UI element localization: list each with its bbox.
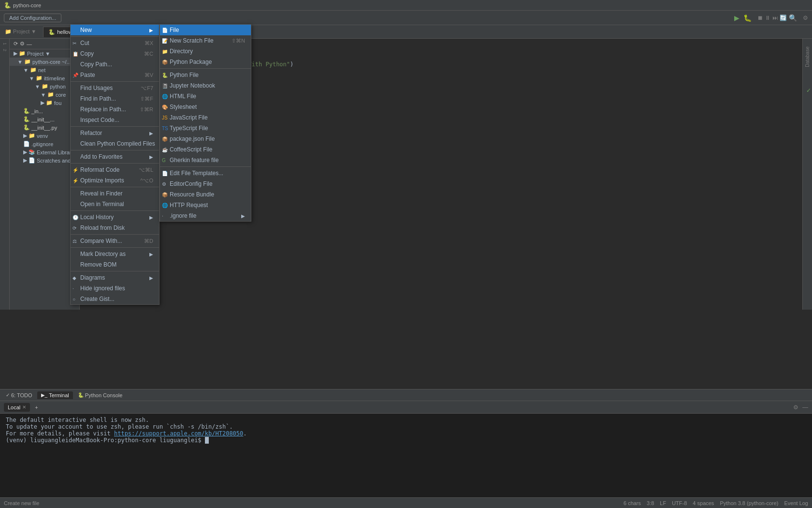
title-bar: 🐍 python-core — [0, 0, 812, 11]
add-terminal-btn[interactable]: + — [32, 403, 41, 412]
menu-separator-6 — [71, 187, 159, 187]
submenu-item-http-request[interactable]: 🌐 HTTP Request — [160, 200, 251, 210]
tree-item-scratches[interactable]: ▶📄Scratches and Cc... — [10, 156, 79, 164]
settings-icon[interactable]: ⚙ — [803, 15, 808, 21]
menu-item-local-history[interactable]: 🕐 Local History ▶ — [71, 212, 159, 223]
debug-icon[interactable]: 🐛 — [743, 14, 752, 22]
menu-item-reformat[interactable]: ⚡ Reformat Code ⌥⌘L — [71, 164, 159, 175]
menu-item-find-in-path[interactable]: Find in Path... ⇧⌘F — [71, 93, 159, 104]
menu-item-remove-bom[interactable]: Remove BOM — [71, 259, 159, 270]
terminal-link[interactable]: https://support.apple.com/kb/HT208050 — [114, 430, 243, 437]
menu-item-inspect[interactable]: Inspect Code... — [71, 115, 159, 125]
submenu-item-ignore-file[interactable]: · .ignore file ▶ — [160, 210, 251, 221]
indent[interactable]: 4 spaces — [693, 500, 714, 506]
submenu-item-scratch[interactable]: 📝 New Scratch File ⇧⌘N — [160, 35, 251, 46]
add-configuration-button[interactable]: Add Configuration... — [4, 14, 61, 22]
tree-item-core[interactable]: ▼📁core — [10, 90, 79, 99]
tree-item-external-libs[interactable]: ▶📚External Libraries — [10, 148, 79, 156]
menu-icon-gist: ○ — [72, 297, 75, 302]
tree-item-fou[interactable]: ▶📁fou — [10, 99, 79, 107]
menu-item-reload[interactable]: ⟳ Reload from Disk — [71, 223, 159, 233]
css-icon: 🎨 — [162, 105, 168, 110]
terminal-minimize-icon[interactable]: — — [802, 404, 808, 411]
left-sidebar-icon-2[interactable]: 2 — [1, 47, 8, 53]
submenu-item-editorconfig[interactable]: ⚙ EditorConfig File — [160, 179, 251, 189]
menu-item-new[interactable]: New ▶ — [71, 25, 159, 35]
menu-item-open-terminal[interactable]: Open in Terminal — [71, 199, 159, 209]
submenu-item-html[interactable]: 🌐 HTML File — [160, 91, 251, 102]
submenu-item-coffeescript[interactable]: ☕ CoffeeScript File — [160, 144, 251, 155]
submenu-sep-2 — [160, 166, 251, 167]
menu-item-create-gist[interactable]: ○ Create Gist... — [71, 294, 159, 304]
menu-item-mark-dir[interactable]: Mark Directory as ▶ — [71, 249, 159, 259]
run-icon[interactable]: ▶ — [734, 14, 740, 22]
menu-item-reveal[interactable]: Reveal in Finder — [71, 188, 159, 199]
left-sidebar: 1 2 — [0, 39, 10, 310]
submenu-item-directory[interactable]: 📁 Directory — [160, 46, 251, 57]
menu-separator-1 — [71, 36, 159, 37]
sync-icon[interactable]: ⟳ — [14, 41, 18, 47]
dir-icon: 📁 — [162, 49, 168, 54]
menu-icon-cut: ✂ — [72, 41, 76, 46]
database-label[interactable]: Database — [804, 43, 811, 71]
tree-item-net[interactable]: ▼📁net — [10, 66, 79, 74]
tree-item-project[interactable]: ▶📁Project ▼ — [10, 49, 79, 58]
python-console-icon: 🐍 — [78, 392, 84, 398]
encoding[interactable]: UTF-8 — [672, 500, 687, 506]
terminal-settings-icon[interactable]: ⚙ — [793, 404, 798, 411]
tree-item-init-py-3[interactable]: 🐍__init__.py — [10, 123, 79, 132]
menu-item-find-usages[interactable]: Find Usages ⌥F7 — [71, 83, 159, 93]
hide-icon[interactable]: — — [27, 41, 32, 47]
terminal-tab-btn[interactable]: ▶_ Terminal — [37, 391, 73, 399]
menu-item-copy-path[interactable]: Copy Path... — [71, 59, 159, 70]
create-new-file[interactable]: Create new file — [4, 500, 39, 506]
event-log[interactable]: Event Log — [784, 500, 808, 506]
terminal-line-3: For more details, please visit https://s… — [6, 430, 806, 437]
submenu-item-python-file[interactable]: 🐍 Python File — [160, 70, 251, 80]
menu-item-diagrams[interactable]: ◆ Diagrams ▶ — [71, 272, 159, 283]
submenu-item-stylesheet[interactable]: 🎨 Stylesheet — [160, 102, 251, 112]
terminal-prompt: (venv) liuguangleideMacBook-Pro:python-c… — [6, 437, 806, 444]
menu-item-refactor[interactable]: Refactor ▶ — [71, 128, 159, 138]
gear-icon[interactable]: ⚙ — [20, 41, 25, 47]
position[interactable]: 3:8 — [647, 500, 654, 506]
todo-tab[interactable]: ✓ 6: TODO — [2, 391, 36, 399]
menu-item-copy[interactable]: 📋 Copy ⌘C — [71, 48, 159, 59]
submenu-item-file[interactable]: 📄 File — [160, 25, 251, 35]
left-sidebar-icon-1[interactable]: 1 — [1, 41, 8, 47]
submenu-item-resource-bundle[interactable]: 📦 Resource Bundle — [160, 189, 251, 200]
char-count[interactable]: 6 chars — [624, 500, 641, 506]
menu-item-add-favorites[interactable]: Add to Favorites ▶ — [71, 151, 159, 162]
submenu-item-jupyter[interactable]: 📓 Jupyter Notebook — [160, 80, 251, 91]
submenu-item-edit-templates[interactable]: 📄 Edit File Templates... — [160, 168, 251, 179]
python-console-tab[interactable]: 🐍 Python Console — [74, 391, 127, 399]
menu-item-replace[interactable]: Replace in Path... ⇧⌘R — [71, 104, 159, 115]
submenu-item-javascript[interactable]: JS JavaScript File — [160, 112, 251, 123]
submenu-item-python-package[interactable]: 📦 Python Package — [160, 57, 251, 67]
python-version[interactable]: Python 3.8 (python-core) — [720, 500, 778, 506]
close-terminal-icon[interactable]: ✕ — [22, 404, 26, 410]
tree-item-venv[interactable]: ▶📁venv — [10, 132, 79, 140]
menu-item-paste[interactable]: 📌 Paste ⌘V — [71, 70, 159, 80]
tree-item-ittimeline[interactable]: ▼📁ittimeline — [10, 74, 79, 82]
menu-item-clean-python[interactable]: Clean Python Compiled Files — [71, 138, 159, 149]
tree-item-init-py-1[interactable]: 🐍_in... — [10, 107, 79, 115]
editorconfig-icon: ⚙ — [162, 181, 166, 187]
tree-item-python-core[interactable]: ▼📁python-core ~/... — [10, 58, 79, 66]
toolbar-icons: ⏹ ⏸ ⏭ 🔄 — [757, 15, 787, 21]
tree-item-python[interactable]: ▼📁python — [10, 82, 79, 90]
menu-separator-8 — [71, 234, 159, 235]
submenu-item-typescript[interactable]: TS TypeScript File — [160, 123, 251, 134]
tree-item-init-py-2[interactable]: 🐍__init__... — [10, 115, 79, 123]
sidebar-toggle[interactable]: 📁 Project ▼ — [2, 27, 39, 37]
submenu-item-package-json[interactable]: 📦 package.json File — [160, 134, 251, 144]
terminal-local-tab[interactable]: Local ✕ — [4, 403, 30, 412]
search-icon[interactable]: 🔍 — [789, 14, 797, 22]
submenu-item-gherkin[interactable]: G Gherkin feature file — [160, 155, 251, 165]
tree-item-gitignore[interactable]: 📄.gitignore — [10, 140, 79, 148]
menu-item-optimize[interactable]: ⚡ Optimize Imports ^⌥O — [71, 175, 159, 186]
menu-item-hide-ignored[interactable]: · Hide ignored files — [71, 283, 159, 294]
menu-item-compare[interactable]: ⚖ Compare With... ⌘D — [71, 236, 159, 246]
line-ending[interactable]: LF — [660, 500, 666, 506]
menu-item-cut[interactable]: ✂ Cut ⌘X — [71, 38, 159, 48]
